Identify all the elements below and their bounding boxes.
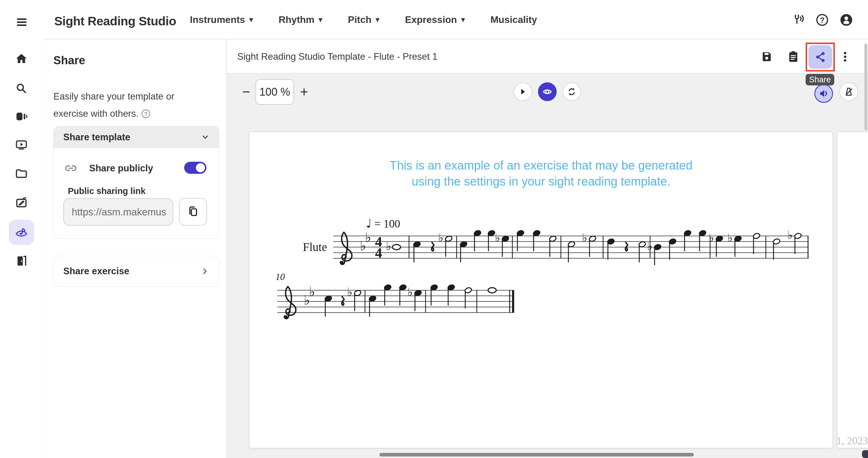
score-page-next [837,132,868,448]
sidebar-item-flashcards[interactable] [9,104,34,129]
metronome-icon [843,86,855,97]
share-panel-description: Easily share your template or exercise w… [53,88,204,124]
eye-icon [541,86,553,97]
exit-door-icon [15,255,28,267]
svg-text:?: ? [820,16,825,24]
save-button[interactable] [759,49,774,64]
document-header: Sight Reading Studio Template - Flute - … [227,39,868,74]
sidebar-item-exit[interactable] [9,248,34,274]
share-tooltip: Share [806,74,834,85]
copyright-text: 1, 2023 [836,435,868,447]
play-icon [518,86,528,97]
more-options-button[interactable] [838,49,852,64]
zoom-level-input[interactable]: 100 % [255,79,294,105]
nav-musicality[interactable]: Musicality [490,14,537,25]
chevron-down-icon [200,132,211,143]
vertical-scrollbar[interactable] [864,44,867,130]
refresh-icon [566,86,577,97]
kebab-icon [838,50,852,63]
search-icon [15,82,28,95]
svg-text:♭: ♭ [386,239,392,253]
app-bar: Sight Reading Studio Instruments▾ Rhythm… [0,0,868,39]
appbar-divider [43,39,868,39]
share-template-card: Share template Share publicly Public sha… [53,126,219,239]
svg-text:Flute: Flute [303,240,327,253]
svg-text:?: ? [144,111,147,117]
share-button[interactable] [808,45,832,69]
nav-pitch[interactable]: Pitch▾ [348,14,379,25]
music-notation: ♭♭44♭♭♭♭♭♭♭♭Flute♩ = 100♭♭10♭♭ [250,132,833,448]
share-exercise-card[interactable]: Share exercise [53,256,219,287]
svg-text:4: 4 [375,245,382,261]
share-panel-title: Share [53,54,85,67]
zoom-out-button[interactable]: − [238,83,255,100]
svg-text:♭: ♭ [582,231,587,245]
toggle-knob [196,163,205,172]
metronome-button[interactable] [839,82,858,101]
flashcards-icon [15,110,28,123]
account-button[interactable] [840,13,853,27]
svg-text:♭: ♭ [438,231,444,245]
sidebar-rail [0,39,43,458]
play-button[interactable] [514,82,532,101]
svg-text:♭: ♭ [787,228,793,242]
chevron-down-icon: ▾ [249,16,253,23]
sidebar-item-videos[interactable] [9,132,34,158]
sidebar-item-sight-reading[interactable] [9,220,34,245]
copy-icon [187,205,200,219]
main-nav: Instruments▾ Rhythm▾ Pitch▾ Expression▾ … [190,0,537,39]
sidebar-item-files[interactable] [9,161,34,186]
main-area: Sight Reading Studio Template - Flute - … [227,39,868,458]
chevron-right-icon [200,266,210,276]
speaker-icon [818,88,830,99]
share-icon [813,50,827,64]
public-link-label: Public sharing link [68,186,146,196]
svg-text:♭: ♭ [727,231,733,245]
video-player-icon [15,139,28,151]
document-title: Sight Reading Studio Template - Flute - … [237,51,438,62]
help-button[interactable]: ? [815,13,829,27]
account-icon [840,13,853,27]
nav-expression[interactable]: Expression▾ [405,14,465,25]
compose-icon [15,196,28,208]
zoom-in-button[interactable]: + [296,83,313,100]
app-title: Sight Reading Studio [54,14,176,28]
nav-instruments[interactable]: Instruments▾ [190,14,253,25]
save-icon [760,50,773,63]
svg-text:♭: ♭ [365,230,371,245]
svg-text:♭: ♭ [407,285,413,299]
nav-rhythm[interactable]: Rhythm▾ [278,14,322,25]
chevron-down-icon: ▾ [318,16,322,23]
share-publicly-toggle[interactable] [184,162,207,174]
link-icon [64,162,77,175]
folder-icon [15,167,28,180]
copy-link-button[interactable] [179,198,207,226]
svg-text:♭: ♭ [309,284,315,299]
hamburger-icon [15,16,28,28]
horizontal-scrollbar[interactable] [379,453,694,457]
score-page: This is an example of an exercise that m… [249,132,833,448]
scrollbar-corner [862,450,868,458]
svg-text:♭: ♭ [495,231,500,245]
chevron-down-icon: ▾ [461,16,465,23]
share-panel: Share Easily share your template or exer… [43,39,227,458]
public-link-input[interactable] [63,198,173,226]
sidebar-item-search[interactable] [9,76,34,101]
sidebar-item-home[interactable] [9,46,34,71]
chevron-down-icon: ▾ [376,16,379,23]
home-icon [15,53,28,65]
regenerate-button[interactable] [562,82,581,101]
preview-button[interactable] [538,82,557,101]
help-icon: ? [815,13,829,27]
hamburger-menu-button[interactable] [14,16,29,29]
sidebar-item-compose[interactable] [9,190,34,215]
volume-button[interactable] [814,84,833,103]
help-circle-icon[interactable]: ? [141,107,151,124]
tuner-button[interactable] [792,13,805,27]
svg-text:♭: ♭ [709,231,714,245]
share-publicly-row: Share publicly [54,159,219,178]
clipboard-icon [786,50,800,63]
clipboard-button[interactable] [786,49,801,64]
tuning-fork-icon [792,13,805,27]
share-template-header[interactable]: Share template [54,126,219,148]
